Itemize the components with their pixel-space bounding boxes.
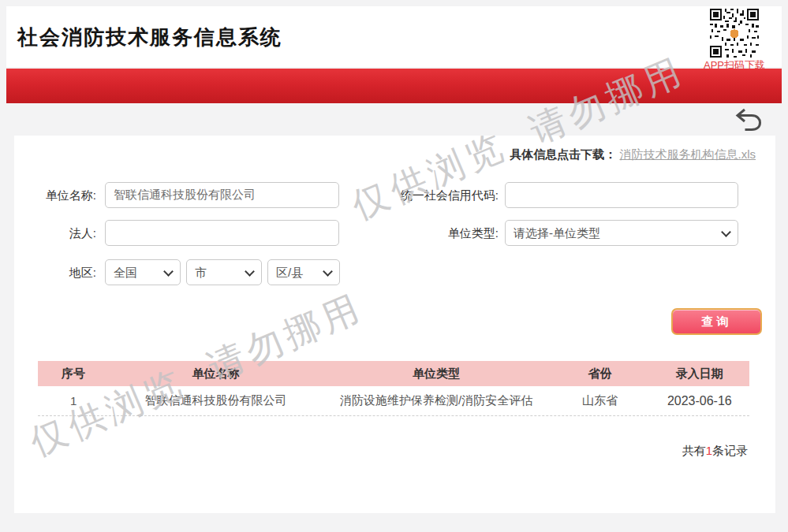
- main-panel: 具体信息点击下载： 消防技术服务机构信息.xls 单位名称: 统一社会信用代码:…: [14, 136, 775, 513]
- download-xls-link[interactable]: 消防技术服务机构信息.xls: [620, 147, 756, 161]
- legal-person-label: 法人:: [14, 220, 96, 246]
- city-select-wrap: 市: [186, 259, 262, 285]
- cell-date: 2023-06-16: [650, 394, 749, 408]
- table-header-row: 序号 单位名称 单位类型 省份 录入日期: [38, 361, 749, 386]
- province-select-wrap: 全国: [105, 259, 181, 285]
- province-select[interactable]: 全国: [105, 259, 181, 285]
- credit-code-input[interactable]: [505, 182, 738, 208]
- column-header-unit-type: 单位类型: [323, 366, 551, 381]
- back-button[interactable]: [734, 106, 764, 134]
- region-label: 地区:: [14, 259, 96, 285]
- download-label: 具体信息点击下载：: [510, 147, 616, 161]
- table-row: 1 智联信通科技股份有限公司 消防设施维护保养检测/消防安全评估 山东省 202…: [38, 386, 749, 416]
- header: 社会消防技术服务信息系统: [6, 6, 782, 67]
- cell-unit-type: 消防设施维护保养检测/消防安全评估: [323, 393, 551, 408]
- unit-name-input[interactable]: [105, 182, 339, 208]
- legal-person-input[interactable]: [105, 220, 339, 246]
- city-select[interactable]: 市: [186, 259, 262, 285]
- qr-code-image: [710, 9, 759, 58]
- page: 社会消防技术服务信息系统: [0, 0, 788, 532]
- record-count-prefix: 共有: [682, 444, 706, 457]
- cell-unit-name: 智联信通科技股份有限公司: [109, 393, 323, 408]
- column-header-seq: 序号: [38, 366, 109, 381]
- column-header-date: 录入日期: [650, 366, 749, 381]
- download-line: 具体信息点击下载： 消防技术服务机构信息.xls: [510, 147, 756, 162]
- record-count-number: 1: [706, 444, 712, 457]
- page-title: 社会消防技术服务信息系统: [17, 24, 282, 51]
- cell-seq: 1: [38, 394, 109, 407]
- record-count-suffix: 条记录: [712, 444, 748, 457]
- district-select[interactable]: 区/县: [267, 259, 340, 285]
- record-count: 共有1条记录: [682, 444, 748, 459]
- unit-type-select[interactable]: 请选择-单位类型: [505, 220, 738, 246]
- district-select-wrap: 区/县: [267, 259, 340, 285]
- results-table: 序号 单位名称 单位类型 省份 录入日期 1 智联信通科技股份有限公司 消防设施…: [38, 361, 749, 416]
- red-banner: [6, 69, 782, 103]
- app-qr-code: [710, 9, 759, 58]
- undo-arrow-icon: [734, 106, 764, 134]
- unit-type-label: 单位类型:: [380, 220, 499, 246]
- credit-code-label: 统一社会信用代码:: [380, 182, 499, 208]
- unit-type-select-wrap: 请选择-单位类型: [505, 220, 738, 246]
- column-header-province: 省份: [550, 366, 649, 381]
- cell-province: 山东省: [550, 393, 649, 408]
- search-button[interactable]: 查询: [671, 308, 762, 335]
- column-header-unit-name: 单位名称: [109, 366, 323, 381]
- unit-name-label: 单位名称:: [14, 182, 96, 208]
